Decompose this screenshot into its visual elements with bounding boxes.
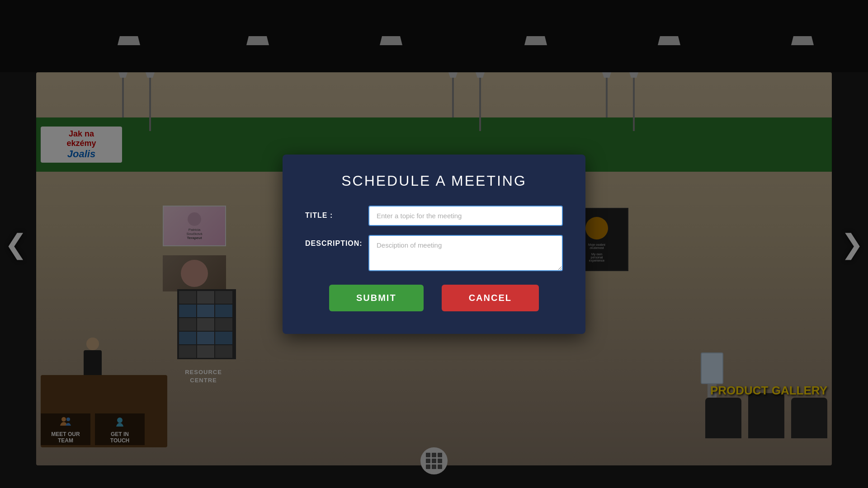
modal-overlay: SCHEDULE A MEETING TITLE : DESCRIPTION: … — [0, 0, 868, 488]
modal-buttons: SUBMIT CANCEL — [305, 285, 563, 311]
cancel-button[interactable]: CANCEL — [442, 285, 539, 311]
title-form-row: TITLE : — [305, 206, 563, 226]
schedule-meeting-modal: SCHEDULE A MEETING TITLE : DESCRIPTION: … — [283, 155, 585, 334]
modal-title: SCHEDULE A MEETING — [305, 173, 563, 189]
description-textarea[interactable] — [368, 235, 563, 271]
title-label: TITLE : — [305, 211, 368, 220]
description-form-row: DESCRIPTION: — [305, 235, 563, 271]
title-input[interactable] — [368, 206, 563, 226]
description-label: DESCRIPTION: — [305, 235, 368, 248]
submit-button[interactable]: SUBMIT — [329, 285, 424, 311]
